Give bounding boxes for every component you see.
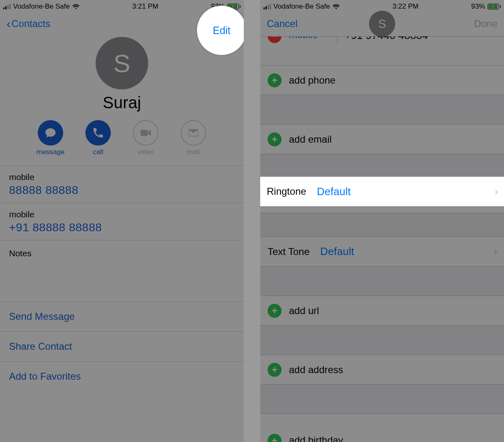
add-favorites-label: Add to Favorites bbox=[9, 371, 81, 382]
signal-icon bbox=[3, 4, 11, 9]
chevron-right-icon: › bbox=[495, 185, 498, 198]
add-icon: + bbox=[268, 304, 282, 318]
message-icon bbox=[38, 120, 63, 146]
section-gap bbox=[260, 385, 504, 414]
notes-label: Notes bbox=[9, 248, 235, 258]
add-address-label: add address bbox=[289, 364, 343, 376]
phone-type-label: mobile bbox=[289, 36, 318, 41]
carrier-label: Vodafone-Be Safe bbox=[273, 2, 330, 11]
add-favorites-row[interactable]: Add to Favorites bbox=[0, 362, 244, 391]
contact-view-screen: Vodafone-Be Safe 3:21 PM 93% ⚡ ‹ Contact… bbox=[0, 0, 244, 442]
share-contact-row[interactable]: Share Contact bbox=[0, 332, 244, 362]
clock-label: 3:21 PM bbox=[132, 2, 158, 11]
avatar-initial: S bbox=[378, 17, 386, 31]
add-url-label: add url bbox=[289, 305, 319, 317]
add-icon: + bbox=[268, 132, 282, 146]
call-label: call bbox=[93, 148, 103, 156]
clock-label: 3:22 PM bbox=[392, 2, 418, 11]
phone-field-row[interactable]: − mobile › +91 97446 48884 bbox=[260, 36, 504, 66]
chevron-right-icon: › bbox=[494, 245, 497, 258]
info-section: mobile 88888 88888 mobile +91 88888 8888… bbox=[0, 165, 244, 391]
battery-pct-label: 93% bbox=[471, 2, 485, 11]
signal-icon bbox=[263, 4, 271, 9]
chevron-left-icon: ‹ bbox=[7, 18, 11, 30]
done-button[interactable]: Done bbox=[474, 18, 497, 30]
phone-row-2[interactable]: mobile +91 88888 88888 bbox=[0, 203, 244, 240]
ringtone-label-h: Ringtone bbox=[267, 186, 306, 197]
add-birthday-label: add birthday bbox=[289, 435, 343, 442]
edit-highlight: Edit bbox=[197, 6, 244, 55]
avatar: S bbox=[96, 37, 148, 89]
add-url-row[interactable]: + add url bbox=[260, 296, 504, 326]
video-icon bbox=[133, 120, 158, 146]
remove-icon[interactable]: − bbox=[268, 36, 282, 43]
section-gap bbox=[260, 326, 504, 355]
send-message-label: Send Message bbox=[9, 311, 75, 322]
section-gap bbox=[260, 267, 504, 296]
share-contact-label: Share Contact bbox=[9, 341, 72, 352]
status-bar: Vodafone-Be Safe 3:22 PM 93% ⚡ bbox=[260, 0, 504, 11]
contact-edit-screen: Vodafone-Be Safe 3:22 PM 93% ⚡ Cancel S … bbox=[260, 0, 504, 442]
phone-type-label: mobile bbox=[9, 210, 235, 219]
wifi-icon bbox=[332, 4, 340, 9]
done-label: Done bbox=[474, 18, 497, 29]
back-button[interactable]: ‹ Contacts bbox=[7, 18, 50, 30]
message-button[interactable]: message bbox=[34, 120, 67, 156]
phone-type-label: mobile bbox=[9, 172, 235, 182]
section-gap bbox=[260, 213, 504, 237]
video-label: video bbox=[137, 148, 154, 156]
texttone-value: Default bbox=[320, 245, 354, 258]
edit-highlight-label[interactable]: Edit bbox=[213, 25, 230, 36]
contact-name: Suraj bbox=[0, 93, 244, 112]
video-button[interactable]: video bbox=[129, 120, 162, 156]
phone-value: +91 88888 88888 bbox=[9, 221, 235, 234]
add-email-label: add email bbox=[289, 134, 332, 145]
call-button[interactable]: call bbox=[82, 120, 115, 156]
separator bbox=[337, 36, 337, 43]
add-phone-label: add phone bbox=[289, 75, 335, 86]
phone-value[interactable]: +91 97446 48884 bbox=[345, 36, 497, 42]
phone-value: 88888 88888 bbox=[9, 184, 235, 197]
message-label: message bbox=[37, 148, 65, 156]
mail-icon bbox=[181, 120, 206, 146]
add-icon: + bbox=[268, 73, 282, 87]
chevron-right-icon: › bbox=[321, 36, 324, 41]
texttone-row[interactable]: Text Tone Default › bbox=[260, 237, 504, 267]
add-icon: + bbox=[268, 363, 282, 377]
phone-type-select[interactable]: mobile › bbox=[289, 36, 330, 41]
avatar-initial: S bbox=[113, 49, 130, 78]
add-birthday-row[interactable]: + add birthday bbox=[260, 414, 504, 442]
edit-list: − mobile › +91 97446 48884 + add phone +… bbox=[260, 36, 504, 442]
add-phone-row[interactable]: + add phone bbox=[260, 66, 504, 95]
ringtone-highlight: Ringtone Default › bbox=[260, 177, 504, 206]
section-gap bbox=[260, 95, 504, 125]
avatar-small: S bbox=[369, 11, 395, 37]
mail-label: mail bbox=[187, 148, 199, 156]
cancel-button[interactable]: Cancel bbox=[267, 18, 298, 30]
notes-row[interactable]: Notes bbox=[0, 240, 244, 302]
action-row: message call video mail bbox=[0, 118, 244, 165]
send-message-row[interactable]: Send Message bbox=[0, 302, 244, 332]
phone-icon bbox=[85, 120, 111, 146]
wifi-icon bbox=[72, 4, 80, 9]
texttone-label: Text Tone bbox=[268, 246, 309, 257]
battery-icon: ⚡ bbox=[488, 4, 501, 9]
add-email-row[interactable]: + add email bbox=[260, 125, 504, 154]
back-label: Contacts bbox=[11, 18, 50, 30]
nav-bar: Cancel S Done bbox=[260, 11, 504, 36]
mail-button[interactable]: mail bbox=[177, 120, 210, 156]
phone-row-1[interactable]: mobile 88888 88888 bbox=[0, 166, 244, 203]
ringtone-value-h[interactable]: Default bbox=[317, 185, 351, 198]
carrier-label: Vodafone-Be Safe bbox=[13, 2, 70, 11]
cancel-label: Cancel bbox=[267, 18, 298, 30]
add-icon: + bbox=[268, 434, 282, 442]
add-address-row[interactable]: + add address bbox=[260, 355, 504, 385]
